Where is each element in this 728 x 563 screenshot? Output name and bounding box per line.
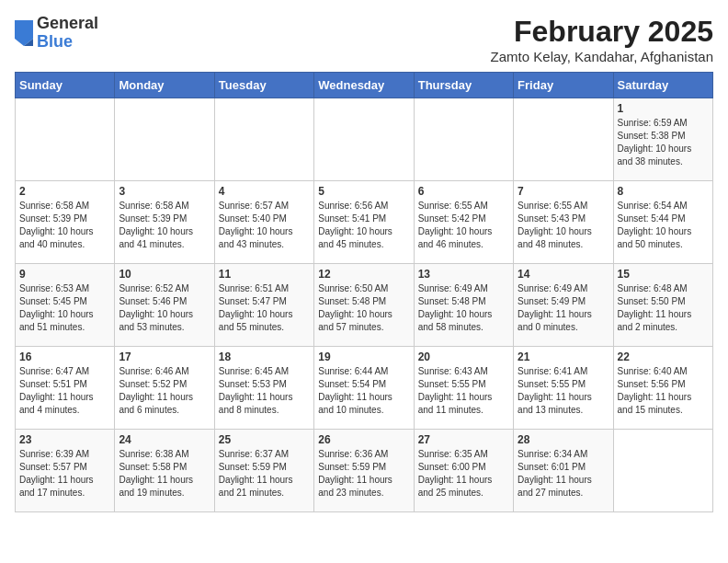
- logo-general-text: General: [37, 15, 98, 33]
- calendar-cell: 16Sunrise: 6:47 AM Sunset: 5:51 PM Dayli…: [16, 347, 115, 430]
- calendar-cell: [613, 430, 712, 512]
- day-number: 16: [19, 350, 110, 363]
- day-number: 11: [219, 268, 310, 281]
- calendar-cell: 18Sunrise: 6:45 AM Sunset: 5:53 PM Dayli…: [214, 347, 313, 430]
- day-info: Sunrise: 6:59 AM Sunset: 5:38 PM Dayligh…: [618, 117, 709, 168]
- day-number: 25: [219, 433, 310, 446]
- calendar-cell: 14Sunrise: 6:49 AM Sunset: 5:49 PM Dayli…: [514, 264, 613, 347]
- weekday-header-row: SundayMondayTuesdayWednesdayThursdayFrid…: [16, 73, 713, 98]
- day-info: Sunrise: 6:54 AM Sunset: 5:44 PM Dayligh…: [618, 200, 709, 251]
- calendar-cell: 2Sunrise: 6:58 AM Sunset: 5:39 PM Daylig…: [16, 181, 115, 264]
- day-info: Sunrise: 6:39 AM Sunset: 5:57 PM Dayligh…: [19, 448, 110, 500]
- day-info: Sunrise: 6:56 AM Sunset: 5:41 PM Dayligh…: [318, 200, 409, 251]
- day-number: 6: [418, 185, 509, 198]
- page-subtitle: Zamto Kelay, Kandahar, Afghanistan: [491, 49, 713, 64]
- day-info: Sunrise: 6:43 AM Sunset: 5:55 PM Dayligh…: [418, 365, 509, 417]
- calendar-cell: 13Sunrise: 6:49 AM Sunset: 5:48 PM Dayli…: [414, 264, 513, 347]
- day-info: Sunrise: 6:53 AM Sunset: 5:45 PM Dayligh…: [19, 282, 110, 334]
- calendar-cell: 8Sunrise: 6:54 AM Sunset: 5:44 PM Daylig…: [613, 181, 712, 264]
- calendar-cell: 24Sunrise: 6:38 AM Sunset: 5:58 PM Dayli…: [115, 430, 214, 512]
- calendar-cell: [514, 98, 613, 181]
- calendar-cell: 17Sunrise: 6:46 AM Sunset: 5:52 PM Dayli…: [115, 347, 214, 430]
- calendar-cell: 3Sunrise: 6:58 AM Sunset: 5:39 PM Daylig…: [115, 181, 214, 264]
- day-info: Sunrise: 6:57 AM Sunset: 5:40 PM Dayligh…: [219, 200, 310, 251]
- page-title: February 2025: [491, 15, 713, 49]
- day-number: 20: [418, 350, 509, 363]
- day-number: 21: [518, 350, 609, 363]
- calendar-cell: 1Sunrise: 6:59 AM Sunset: 5:38 PM Daylig…: [613, 98, 712, 181]
- day-info: Sunrise: 6:51 AM Sunset: 5:47 PM Dayligh…: [219, 282, 310, 334]
- day-number: 12: [318, 268, 409, 281]
- weekday-header-sunday: Sunday: [16, 73, 115, 98]
- day-info: Sunrise: 6:58 AM Sunset: 5:39 PM Dayligh…: [19, 200, 110, 251]
- day-number: 3: [119, 185, 210, 198]
- calendar-cell: 21Sunrise: 6:41 AM Sunset: 5:55 PM Dayli…: [514, 347, 613, 430]
- day-number: 27: [418, 433, 509, 446]
- calendar-week-row: 9Sunrise: 6:53 AM Sunset: 5:45 PM Daylig…: [16, 264, 713, 347]
- day-info: Sunrise: 6:48 AM Sunset: 5:50 PM Dayligh…: [618, 282, 709, 334]
- day-number: 10: [119, 268, 210, 281]
- calendar-cell: 9Sunrise: 6:53 AM Sunset: 5:45 PM Daylig…: [16, 264, 115, 347]
- day-info: Sunrise: 6:46 AM Sunset: 5:52 PM Dayligh…: [119, 365, 210, 417]
- calendar-cell: 23Sunrise: 6:39 AM Sunset: 5:57 PM Dayli…: [16, 430, 115, 512]
- day-info: Sunrise: 6:34 AM Sunset: 6:01 PM Dayligh…: [518, 448, 609, 500]
- weekday-header-saturday: Saturday: [613, 73, 712, 98]
- day-info: Sunrise: 6:50 AM Sunset: 5:48 PM Dayligh…: [318, 282, 409, 334]
- day-number: 22: [618, 350, 709, 363]
- calendar-cell: 28Sunrise: 6:34 AM Sunset: 6:01 PM Dayli…: [514, 430, 613, 512]
- day-info: Sunrise: 6:41 AM Sunset: 5:55 PM Dayligh…: [518, 365, 609, 417]
- day-info: Sunrise: 6:36 AM Sunset: 5:59 PM Dayligh…: [318, 448, 409, 500]
- calendar-cell: 22Sunrise: 6:40 AM Sunset: 5:56 PM Dayli…: [613, 347, 712, 430]
- day-number: 23: [19, 433, 110, 446]
- calendar-cell: [16, 98, 115, 181]
- calendar-week-row: 2Sunrise: 6:58 AM Sunset: 5:39 PM Daylig…: [16, 181, 713, 264]
- weekday-header-tuesday: Tuesday: [214, 73, 313, 98]
- day-info: Sunrise: 6:38 AM Sunset: 5:58 PM Dayligh…: [119, 448, 210, 500]
- day-number: 7: [518, 185, 609, 198]
- calendar-cell: 7Sunrise: 6:55 AM Sunset: 5:43 PM Daylig…: [514, 181, 613, 264]
- logo-blue-text: Blue: [37, 33, 98, 52]
- calendar-week-row: 1Sunrise: 6:59 AM Sunset: 5:38 PM Daylig…: [16, 98, 713, 181]
- weekday-header-thursday: Thursday: [414, 73, 513, 98]
- calendar-cell: 12Sunrise: 6:50 AM Sunset: 5:48 PM Dayli…: [314, 264, 414, 347]
- calendar-cell: 26Sunrise: 6:36 AM Sunset: 5:59 PM Dayli…: [314, 430, 414, 512]
- day-number: 8: [618, 185, 709, 198]
- day-number: 28: [518, 433, 609, 446]
- day-number: 4: [219, 185, 310, 198]
- day-number: 1: [618, 102, 709, 115]
- calendar-cell: [414, 98, 513, 181]
- day-info: Sunrise: 6:55 AM Sunset: 5:42 PM Dayligh…: [418, 200, 509, 251]
- calendar-cell: 15Sunrise: 6:48 AM Sunset: 5:50 PM Dayli…: [613, 264, 712, 347]
- calendar-cell: 10Sunrise: 6:52 AM Sunset: 5:46 PM Dayli…: [115, 264, 214, 347]
- day-info: Sunrise: 6:49 AM Sunset: 5:48 PM Dayligh…: [418, 282, 509, 334]
- day-number: 19: [318, 350, 409, 363]
- logo-icon: [15, 20, 33, 46]
- day-number: 15: [618, 268, 709, 281]
- calendar-cell: 4Sunrise: 6:57 AM Sunset: 5:40 PM Daylig…: [214, 181, 313, 264]
- day-number: 26: [318, 433, 409, 446]
- logo: General Blue: [15, 15, 98, 52]
- day-info: Sunrise: 6:49 AM Sunset: 5:49 PM Dayligh…: [518, 282, 609, 334]
- weekday-header-wednesday: Wednesday: [314, 73, 414, 98]
- day-number: 24: [119, 433, 210, 446]
- title-block: February 2025 Zamto Kelay, Kandahar, Afg…: [491, 15, 713, 64]
- weekday-header-friday: Friday: [514, 73, 613, 98]
- calendar-week-row: 16Sunrise: 6:47 AM Sunset: 5:51 PM Dayli…: [16, 347, 713, 430]
- day-number: 2: [19, 185, 110, 198]
- day-number: 17: [119, 350, 210, 363]
- calendar-table: SundayMondayTuesdayWednesdayThursdayFrid…: [15, 72, 713, 512]
- day-info: Sunrise: 6:37 AM Sunset: 5:59 PM Dayligh…: [219, 448, 310, 500]
- day-number: 18: [219, 350, 310, 363]
- calendar-cell: 19Sunrise: 6:44 AM Sunset: 5:54 PM Dayli…: [314, 347, 414, 430]
- calendar-cell: 25Sunrise: 6:37 AM Sunset: 5:59 PM Dayli…: [214, 430, 313, 512]
- calendar-cell: [115, 98, 214, 181]
- calendar-cell: 27Sunrise: 6:35 AM Sunset: 6:00 PM Dayli…: [414, 430, 513, 512]
- day-info: Sunrise: 6:40 AM Sunset: 5:56 PM Dayligh…: [618, 365, 709, 417]
- calendar-cell: [214, 98, 313, 181]
- calendar-cell: [314, 98, 414, 181]
- calendar-cell: 5Sunrise: 6:56 AM Sunset: 5:41 PM Daylig…: [314, 181, 414, 264]
- day-info: Sunrise: 6:35 AM Sunset: 6:00 PM Dayligh…: [418, 448, 509, 500]
- day-number: 13: [418, 268, 509, 281]
- day-info: Sunrise: 6:52 AM Sunset: 5:46 PM Dayligh…: [119, 282, 210, 334]
- day-info: Sunrise: 6:55 AM Sunset: 5:43 PM Dayligh…: [518, 200, 609, 251]
